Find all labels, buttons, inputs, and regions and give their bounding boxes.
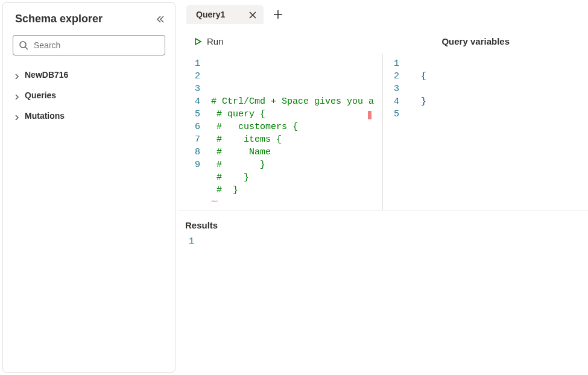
- variables-editor[interactable]: 12345 { }: [383, 54, 588, 210]
- query-variables-title: Query variables: [441, 36, 576, 46]
- results-code[interactable]: [200, 236, 205, 249]
- svg-point-0: [20, 42, 26, 48]
- results-body: 1: [183, 230, 583, 249]
- results-title: Results: [183, 220, 583, 230]
- tab-query1[interactable]: Query1: [186, 5, 264, 24]
- play-icon: [194, 37, 202, 46]
- run-button[interactable]: Run: [190, 34, 227, 49]
- tree-item-label: NewDB716: [25, 70, 68, 80]
- query-code[interactable]: # Ctrl/Cmd + Space gives you a # query {…: [206, 54, 374, 210]
- tree-item-mutations[interactable]: Mutations: [8, 106, 170, 125]
- vars-gutter: 12345: [388, 54, 405, 210]
- results-gutter: 1: [183, 236, 200, 249]
- search-wrap: [13, 35, 165, 55]
- chevron-right-icon: [14, 72, 20, 78]
- search-input[interactable]: [13, 35, 165, 55]
- chevron-right-icon: [14, 92, 20, 98]
- query-editor[interactable]: 123456789 # Ctrl/Cmd + Space gives you a…: [178, 54, 383, 210]
- search-icon: [19, 40, 28, 50]
- run-label: Run: [207, 36, 224, 46]
- tab-bar: Query1: [178, 2, 588, 27]
- add-tab-button[interactable]: [273, 10, 283, 19]
- collapse-icon[interactable]: [156, 14, 165, 24]
- sidebar-header: Schema explorer: [8, 13, 170, 28]
- tree-item-newdb[interactable]: NewDB716: [8, 65, 170, 84]
- tree-item-label: Mutations: [25, 111, 65, 121]
- results-panel: Results 1: [178, 210, 588, 375]
- close-icon[interactable]: [249, 11, 256, 18]
- tree-item-queries[interactable]: Queries: [8, 86, 170, 105]
- schema-explorer-sidebar: Schema explorer NewDB716 Queries: [2, 2, 175, 373]
- editors-row: 123456789 # Ctrl/Cmd + Space gives you a…: [178, 54, 588, 210]
- vars-code[interactable]: { }: [405, 54, 426, 210]
- toolbar: Run Query variables: [178, 27, 588, 54]
- cursor-indicator: [368, 111, 371, 119]
- sidebar-title: Schema explorer: [15, 13, 103, 25]
- main-panel: Query1 Run Query variables 123456789 #: [178, 0, 588, 375]
- chevron-right-icon: [14, 113, 20, 119]
- tree-item-label: Queries: [25, 90, 56, 100]
- schema-tree: NewDB716 Queries Mutations: [8, 65, 170, 125]
- tab-label: Query1: [196, 10, 225, 19]
- query-gutter: 123456789: [189, 54, 206, 210]
